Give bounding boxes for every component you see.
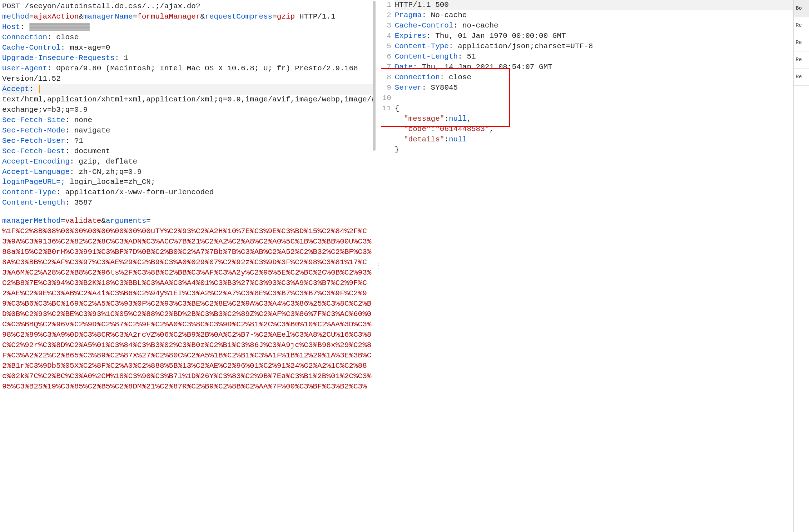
text-caret	[39, 85, 40, 93]
sidebar-tab-2[interactable]: Re	[794, 34, 809, 51]
encoded-payload[interactable]: %1F%C2%8B%08%00%00%00%00%00%00%00uTY%C2%…	[2, 226, 374, 392]
scrollbar[interactable]	[373, 1, 376, 151]
redacted-host	[29, 23, 90, 31]
line-number-gutter: 1 2 3 4 5 6 7 8 9 10 11	[381, 0, 394, 532]
response-sidebar-tabs: Bo Re Re Re Re	[793, 0, 809, 532]
sidebar-tab-4[interactable]: Re	[794, 69, 809, 86]
request-headers[interactable]: Host: Connection: close Cache-Control: m…	[2, 22, 374, 208]
http-message-viewer: POST /seeyon/autoinstall.do.css/..;/ajax…	[0, 0, 809, 532]
pane-splitter[interactable]: ⋮	[376, 0, 381, 532]
response-text[interactable]: HTTP/1.1 500 Pragma: No-cache Cache-Cont…	[394, 0, 793, 532]
request-line[interactable]: POST /seeyon/autoinstall.do.css/..;/ajax…	[2, 1, 374, 22]
sidebar-tab-3[interactable]: Re	[794, 51, 809, 69]
status-line: HTTP/1.1 500	[395, 1, 449, 9]
response-body-json[interactable]: { "message":null, "code":"0614448583", "…	[395, 104, 793, 155]
request-pane[interactable]: POST /seeyon/autoinstall.do.css/..;/ajax…	[0, 0, 376, 532]
response-pane[interactable]: 1 2 3 4 5 6 7 8 9 10 11 HTTP/1.1 500 Pra…	[381, 0, 809, 532]
http-method: POST	[2, 2, 20, 10]
sidebar-tab-0[interactable]: Bo	[794, 0, 809, 17]
request-body[interactable]: managerMethod=validate&arguments= %1F%C2…	[2, 216, 374, 392]
sidebar-tab-1[interactable]: Re	[794, 17, 809, 34]
